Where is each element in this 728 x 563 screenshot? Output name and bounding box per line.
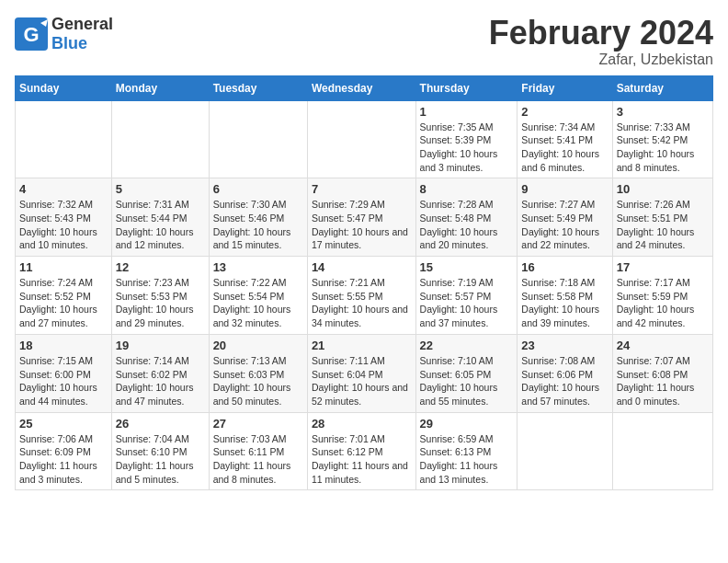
logo-blue-text: Blue bbox=[51, 34, 113, 53]
calendar-cell: 16Sunrise: 7:18 AMSunset: 5:58 PMDayligh… bbox=[518, 257, 612, 335]
day-info: Sunrise: 7:04 AMSunset: 6:10 PMDaylight:… bbox=[116, 432, 205, 487]
header-cell-tuesday: Tuesday bbox=[209, 75, 307, 100]
calendar-cell bbox=[307, 100, 415, 178]
svg-text:G: G bbox=[23, 23, 39, 46]
logo: G General Blue bbox=[15, 15, 113, 52]
day-number: 1 bbox=[420, 105, 514, 119]
day-info: Sunrise: 7:28 AMSunset: 5:48 PMDaylight:… bbox=[420, 198, 514, 252]
calendar-cell: 18Sunrise: 7:15 AMSunset: 6:00 PMDayligh… bbox=[16, 334, 112, 412]
month-title: February 2024 bbox=[489, 15, 713, 52]
week-row-0: 1Sunrise: 7:35 AMSunset: 5:39 PMDaylight… bbox=[16, 100, 713, 178]
calendar-cell: 10Sunrise: 7:26 AMSunset: 5:51 PMDayligh… bbox=[612, 178, 712, 257]
calendar-cell: 19Sunrise: 7:14 AMSunset: 6:02 PMDayligh… bbox=[111, 334, 209, 412]
day-number: 8 bbox=[420, 182, 514, 196]
header-cell-saturday: Saturday bbox=[612, 75, 712, 100]
calendar-cell: 25Sunrise: 7:06 AMSunset: 6:09 PMDayligh… bbox=[16, 412, 112, 490]
logo-general-text: General bbox=[51, 15, 113, 34]
day-info: Sunrise: 7:03 AMSunset: 6:11 PMDaylight:… bbox=[213, 432, 303, 487]
day-info: Sunrise: 7:21 AMSunset: 5:55 PMDaylight:… bbox=[312, 276, 412, 330]
day-number: 21 bbox=[312, 339, 412, 352]
calendar-cell: 5Sunrise: 7:31 AMSunset: 5:44 PMDaylight… bbox=[111, 178, 209, 257]
calendar-cell: 20Sunrise: 7:13 AMSunset: 6:03 PMDayligh… bbox=[209, 334, 307, 412]
calendar-cell bbox=[111, 100, 209, 178]
day-number: 22 bbox=[420, 339, 514, 352]
day-number: 14 bbox=[312, 260, 412, 274]
day-number: 20 bbox=[213, 339, 303, 352]
day-info: Sunrise: 7:26 AMSunset: 5:51 PMDaylight:… bbox=[617, 198, 709, 252]
calendar-body: 1Sunrise: 7:35 AMSunset: 5:39 PMDaylight… bbox=[16, 100, 713, 490]
logo-icon: G bbox=[15, 17, 48, 51]
day-number: 7 bbox=[312, 182, 412, 196]
day-info: Sunrise: 7:15 AMSunset: 6:00 PMDaylight:… bbox=[19, 354, 108, 408]
day-number: 6 bbox=[213, 182, 303, 196]
day-number: 28 bbox=[312, 417, 412, 431]
day-info: Sunrise: 7:27 AMSunset: 5:49 PMDaylight:… bbox=[521, 198, 608, 252]
calendar-cell: 9Sunrise: 7:27 AMSunset: 5:49 PMDaylight… bbox=[518, 178, 612, 257]
day-number: 24 bbox=[617, 339, 709, 352]
day-info: Sunrise: 7:17 AMSunset: 5:59 PMDaylight:… bbox=[617, 276, 709, 330]
day-info: Sunrise: 7:35 AMSunset: 5:39 PMDaylight:… bbox=[420, 121, 514, 175]
day-info: Sunrise: 7:31 AMSunset: 5:44 PMDaylight:… bbox=[116, 198, 205, 252]
day-number: 5 bbox=[116, 182, 205, 196]
week-row-3: 18Sunrise: 7:15 AMSunset: 6:00 PMDayligh… bbox=[16, 334, 713, 412]
calendar-cell: 6Sunrise: 7:30 AMSunset: 5:46 PMDaylight… bbox=[209, 178, 307, 257]
calendar-table: SundayMondayTuesdayWednesdayThursdayFrid… bbox=[15, 75, 713, 491]
header-row: SundayMondayTuesdayWednesdayThursdayFrid… bbox=[16, 75, 713, 100]
header-cell-friday: Friday bbox=[518, 75, 612, 100]
day-number: 10 bbox=[617, 182, 709, 196]
day-info: Sunrise: 7:11 AMSunset: 6:04 PMDaylight:… bbox=[312, 354, 412, 408]
header-cell-monday: Monday bbox=[111, 75, 209, 100]
header-cell-sunday: Sunday bbox=[16, 75, 112, 100]
day-number: 19 bbox=[116, 339, 205, 352]
day-number: 3 bbox=[617, 105, 709, 119]
location-text: Zafar, Uzbekistan bbox=[489, 52, 713, 68]
day-info: Sunrise: 7:33 AMSunset: 5:42 PMDaylight:… bbox=[617, 121, 709, 175]
day-info: Sunrise: 7:07 AMSunset: 6:08 PMDaylight:… bbox=[617, 354, 709, 408]
calendar-cell: 21Sunrise: 7:11 AMSunset: 6:04 PMDayligh… bbox=[307, 334, 415, 412]
week-row-1: 4Sunrise: 7:32 AMSunset: 5:43 PMDaylight… bbox=[16, 178, 713, 257]
page-header: G General Blue February 2024 Zafar, Uzbe… bbox=[15, 15, 713, 68]
day-number: 26 bbox=[116, 417, 205, 431]
calendar-cell: 26Sunrise: 7:04 AMSunset: 6:10 PMDayligh… bbox=[111, 412, 209, 490]
day-number: 15 bbox=[420, 260, 514, 274]
calendar-cell: 3Sunrise: 7:33 AMSunset: 5:42 PMDaylight… bbox=[612, 100, 712, 178]
calendar-cell: 2Sunrise: 7:34 AMSunset: 5:41 PMDaylight… bbox=[518, 100, 612, 178]
day-info: Sunrise: 7:23 AMSunset: 5:53 PMDaylight:… bbox=[116, 276, 205, 330]
calendar-cell: 11Sunrise: 7:24 AMSunset: 5:52 PMDayligh… bbox=[16, 257, 112, 335]
day-number: 13 bbox=[213, 260, 303, 274]
header-cell-thursday: Thursday bbox=[415, 75, 518, 100]
calendar-cell bbox=[209, 100, 307, 178]
calendar-cell: 13Sunrise: 7:22 AMSunset: 5:54 PMDayligh… bbox=[209, 257, 307, 335]
header-cell-wednesday: Wednesday bbox=[307, 75, 415, 100]
calendar-cell: 8Sunrise: 7:28 AMSunset: 5:48 PMDaylight… bbox=[415, 178, 518, 257]
week-row-2: 11Sunrise: 7:24 AMSunset: 5:52 PMDayligh… bbox=[16, 257, 713, 335]
day-number: 11 bbox=[19, 260, 108, 274]
day-info: Sunrise: 7:30 AMSunset: 5:46 PMDaylight:… bbox=[213, 198, 303, 252]
day-number: 4 bbox=[19, 182, 108, 196]
day-number: 23 bbox=[521, 339, 608, 352]
day-number: 29 bbox=[420, 417, 514, 431]
day-number: 18 bbox=[19, 339, 108, 352]
calendar-cell: 22Sunrise: 7:10 AMSunset: 6:05 PMDayligh… bbox=[415, 334, 518, 412]
calendar-cell: 27Sunrise: 7:03 AMSunset: 6:11 PMDayligh… bbox=[209, 412, 307, 490]
day-info: Sunrise: 6:59 AMSunset: 6:13 PMDaylight:… bbox=[420, 432, 514, 487]
day-info: Sunrise: 7:14 AMSunset: 6:02 PMDaylight:… bbox=[116, 354, 205, 408]
week-row-4: 25Sunrise: 7:06 AMSunset: 6:09 PMDayligh… bbox=[16, 412, 713, 490]
day-info: Sunrise: 7:13 AMSunset: 6:03 PMDaylight:… bbox=[213, 354, 303, 408]
calendar-cell bbox=[612, 412, 712, 490]
calendar-cell: 29Sunrise: 6:59 AMSunset: 6:13 PMDayligh… bbox=[415, 412, 518, 490]
calendar-cell: 1Sunrise: 7:35 AMSunset: 5:39 PMDaylight… bbox=[415, 100, 518, 178]
day-number: 16 bbox=[521, 260, 608, 274]
day-info: Sunrise: 7:32 AMSunset: 5:43 PMDaylight:… bbox=[19, 198, 108, 252]
title-block: February 2024 Zafar, Uzbekistan bbox=[489, 15, 713, 68]
day-info: Sunrise: 7:29 AMSunset: 5:47 PMDaylight:… bbox=[312, 198, 412, 252]
day-info: Sunrise: 7:18 AMSunset: 5:58 PMDaylight:… bbox=[521, 276, 608, 330]
calendar-cell: 23Sunrise: 7:08 AMSunset: 6:06 PMDayligh… bbox=[518, 334, 612, 412]
calendar-header: SundayMondayTuesdayWednesdayThursdayFrid… bbox=[16, 75, 713, 100]
day-info: Sunrise: 7:08 AMSunset: 6:06 PMDaylight:… bbox=[521, 354, 608, 408]
day-info: Sunrise: 7:10 AMSunset: 6:05 PMDaylight:… bbox=[420, 354, 514, 408]
day-info: Sunrise: 7:22 AMSunset: 5:54 PMDaylight:… bbox=[213, 276, 303, 330]
calendar-cell: 4Sunrise: 7:32 AMSunset: 5:43 PMDaylight… bbox=[16, 178, 112, 257]
calendar-cell: 7Sunrise: 7:29 AMSunset: 5:47 PMDaylight… bbox=[307, 178, 415, 257]
calendar-cell: 24Sunrise: 7:07 AMSunset: 6:08 PMDayligh… bbox=[612, 334, 712, 412]
